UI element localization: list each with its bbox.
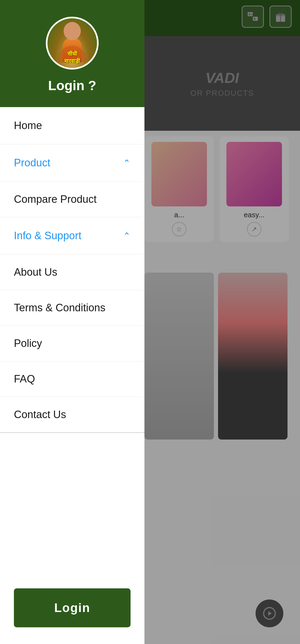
nav-item-compare-product[interactable]: Compare Product xyxy=(0,182,144,217)
nav-label-terms: Terms & Conditions xyxy=(14,302,105,314)
nav-label-home: Home xyxy=(14,120,42,132)
nav-item-home[interactable]: Home xyxy=(0,107,144,144)
nav-label-about-us: About Us xyxy=(14,266,57,278)
chevron-up-info-icon: ⌃ xyxy=(123,231,131,241)
nav-item-contact-us[interactable]: Contact Us xyxy=(0,397,144,433)
nav-label-product: Product xyxy=(14,157,50,169)
drawer-header: सीधी मारवाड़ी Login ? xyxy=(0,0,144,107)
nav-item-terms[interactable]: Terms & Conditions xyxy=(0,290,144,326)
drawer-menu: सीधी मारवाड़ी Login ? Home Product ⌃ Com… xyxy=(0,0,144,644)
nav-item-about-us[interactable]: About Us xyxy=(0,255,144,290)
nav-item-info-support[interactable]: Info & Support ⌃ xyxy=(0,217,144,255)
nav-label-compare-product: Compare Product xyxy=(14,193,97,205)
nav-label-policy: Policy xyxy=(14,337,42,349)
drawer-nav: Home Product ⌃ Compare Product Info & Su… xyxy=(0,107,144,577)
avatar: सीधी मारवाड़ी xyxy=(46,17,99,70)
nav-item-faq[interactable]: FAQ xyxy=(0,361,144,397)
dim-overlay xyxy=(144,0,300,644)
nav-label-contact-us: Contact Us xyxy=(14,409,66,420)
nav-label-faq: FAQ xyxy=(14,373,35,385)
drawer-login-question: Login ? xyxy=(48,78,96,93)
nav-item-policy[interactable]: Policy xyxy=(0,326,144,361)
chevron-up-product-icon: ⌃ xyxy=(123,158,131,168)
login-button[interactable]: Login xyxy=(14,588,131,627)
drawer-footer: Login xyxy=(0,577,144,644)
nav-item-product[interactable]: Product ⌃ xyxy=(0,144,144,182)
avatar-text: सीधी मारवाड़ी xyxy=(48,50,97,65)
nav-label-info-support: Info & Support xyxy=(14,230,81,242)
